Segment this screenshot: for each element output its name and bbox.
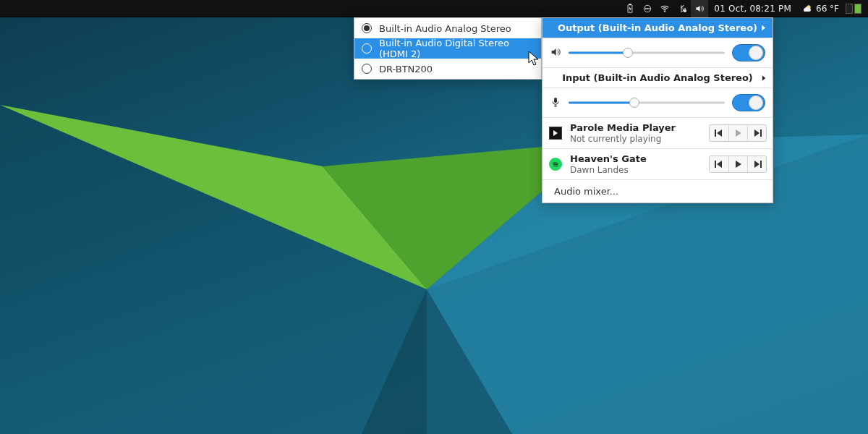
workspace-switcher[interactable] [843, 4, 864, 14]
audio-menu: Output (Built-in Audio Analog Stereo) In… [542, 17, 773, 203]
player-subtitle: Not currently playing [570, 134, 702, 144]
output-device-label: Built-in Audio Digital Stereo (HDMI 2) [379, 38, 534, 59]
next-track-button[interactable] [747, 156, 766, 172]
player-title: Parole Media Player [570, 122, 702, 134]
output-volume-slider[interactable] [569, 48, 725, 58]
input-volume-slider[interactable] [569, 98, 725, 108]
weather-temp: 66 °F [816, 4, 839, 14]
svg-point-11 [664, 10, 665, 12]
media-player-row: Parole Media Player Not currently playin… [542, 117, 773, 148]
workspace-1[interactable] [846, 4, 853, 14]
output-device-option[interactable]: Built-in Audio Analog Stereo [354, 18, 541, 38]
previous-track-button[interactable] [710, 125, 728, 141]
svg-rect-16 [760, 129, 762, 137]
output-device-submenu: Built-in Audio Analog Stereo Built-in Au… [354, 17, 542, 80]
output-device-option[interactable]: DR-BTN200 [354, 59, 541, 79]
battery-icon[interactable] [621, 0, 639, 17]
audio-mixer-link[interactable]: Audio mixer... [542, 179, 773, 203]
svg-rect-15 [715, 129, 716, 137]
player-title: Heaven's Gate [570, 153, 702, 165]
player-controls [709, 124, 767, 142]
output-device-label: DR-BTN200 [379, 64, 433, 75]
previous-track-button[interactable] [710, 156, 728, 172]
play-button[interactable] [728, 156, 747, 172]
next-track-button[interactable] [747, 125, 766, 141]
output-device-label: Built-in Audio Analog Stereo [379, 23, 511, 34]
top-panel: 01 Oct, 08:21 PM 66 °F [0, 0, 868, 17]
svg-rect-18 [760, 161, 762, 168]
svg-rect-12 [684, 9, 686, 12]
input-header-label: Input (Built-in Audio Analog Stereo) [562, 72, 753, 83]
system-tray: 01 Oct, 08:21 PM 66 °F [621, 0, 864, 17]
wifi-icon[interactable] [656, 0, 673, 17]
media-player-row: Heaven's Gate Dawn Landes [542, 148, 773, 179]
radio-icon [362, 64, 372, 74]
output-volume-row [542, 38, 773, 67]
volume-icon[interactable] [691, 0, 708, 17]
player-subtitle: Dawn Landes [570, 165, 702, 175]
play-button[interactable] [728, 125, 747, 141]
speaker-icon [550, 46, 561, 60]
svg-point-8 [645, 8, 647, 9]
output-device-option[interactable]: Built-in Audio Digital Stereo (HDMI 2) [354, 38, 541, 59]
radio-icon [362, 23, 372, 33]
svg-point-9 [647, 8, 649, 9]
workspace-2[interactable] [854, 4, 861, 14]
svg-rect-6 [629, 4, 631, 4]
chevron-right-icon [762, 72, 767, 83]
output-header-label: Output (Built-in Audio Analog Stereo) [558, 22, 757, 33]
radio-icon [362, 43, 372, 54]
clock[interactable]: 01 Oct, 08:21 PM [708, 4, 797, 14]
input-header[interactable]: Input (Built-in Audio Analog Stereo) [542, 67, 773, 88]
cursor-icon [528, 51, 541, 67]
messaging-icon[interactable] [639, 0, 656, 17]
chevron-right-icon [761, 22, 767, 33]
bluetooth-lock-icon[interactable] [673, 0, 691, 17]
output-mute-toggle[interactable] [732, 44, 765, 61]
input-volume-row [542, 88, 773, 117]
microphone-icon [550, 96, 561, 110]
player-controls [709, 156, 767, 173]
input-mute-toggle[interactable] [732, 94, 765, 111]
weather-applet[interactable]: 66 °F [797, 3, 843, 14]
svg-rect-17 [715, 161, 716, 168]
output-header[interactable]: Output (Built-in Audio Analog Stereo) [542, 18, 773, 38]
svg-rect-14 [554, 98, 557, 103]
spotify-app-icon [548, 157, 563, 171]
parole-app-icon [548, 126, 563, 140]
svg-point-10 [649, 8, 650, 9]
